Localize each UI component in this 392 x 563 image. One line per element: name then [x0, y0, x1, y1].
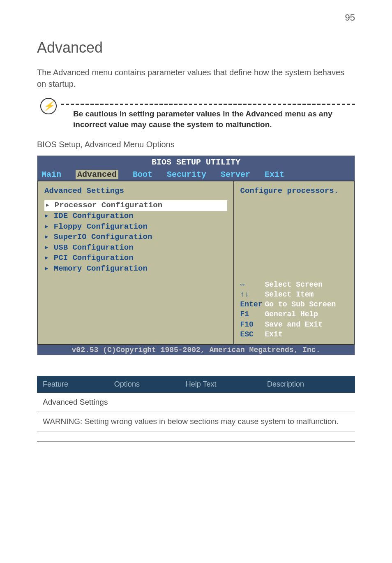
tab-main[interactable]: Main	[42, 170, 61, 179]
key-text-subscreen: Go to Sub Screen	[265, 300, 336, 308]
bios-key-row: EnterGo to Sub Screen	[240, 299, 348, 309]
key-f1: F1	[240, 309, 265, 319]
note-content: Be cautious in setting parameter values …	[61, 98, 355, 130]
section-label: BIOS Setup, Advanced Menu Options	[37, 140, 355, 149]
page-title: Advanced	[37, 39, 355, 56]
bios-title: BIOS SETUP UTILITY	[37, 156, 355, 169]
bios-item-usb[interactable]: USB Configuration	[44, 243, 227, 253]
bios-key-row: ↑↓Select Item	[240, 290, 348, 299]
table-section-cell: Advanced Settings	[37, 393, 355, 412]
key-arrows-lr: ↔	[240, 280, 265, 290]
caution-note: ⚡ Be cautious in setting parameter value…	[40, 98, 355, 130]
table-empty-cell	[37, 431, 355, 442]
dashed-divider	[61, 104, 355, 105]
bios-section-heading: Advanced Settings	[44, 186, 227, 195]
th-options: Options	[108, 376, 180, 393]
bios-help-description: Configure processors.	[240, 186, 348, 195]
page-number: 95	[345, 12, 355, 23]
intro-paragraph: The Advanced menu contains parameter val…	[37, 67, 355, 90]
bios-tab-bar: Main Advanced Boot Security Server Exit	[37, 169, 355, 181]
feature-table: Feature Options Help Text Description Ad…	[37, 376, 355, 442]
key-text-select-item: Select Item	[265, 290, 314, 299]
tab-advanced[interactable]: Advanced	[76, 170, 118, 179]
bios-key-row: ↔Select Screen	[240, 280, 348, 290]
bios-right-pane: Configure processors. ↔Select Screen ↑↓S…	[234, 181, 355, 345]
bios-item-ide[interactable]: IDE Configuration	[44, 211, 227, 222]
bios-key-row: F1General Help	[240, 309, 348, 319]
th-feature: Feature	[37, 376, 108, 393]
key-text-exit: Exit	[265, 330, 283, 338]
bios-footer: v02.53 (C)Copyright 1985-2002, American …	[37, 345, 355, 355]
tab-security[interactable]: Security	[167, 170, 206, 179]
bios-item-floppy[interactable]: Floppy Configuration	[44, 222, 227, 232]
table-row-empty	[37, 431, 355, 442]
bios-key-row: ESCExit	[240, 329, 348, 339]
key-text-select-screen: Select Screen	[265, 280, 323, 289]
tab-server[interactable]: Server	[221, 170, 250, 179]
key-text-help: General Help	[265, 310, 318, 318]
bios-item-processor[interactable]: Processor Configuration	[44, 200, 227, 211]
table-row-warning: WARNING: Setting wrong values in below s…	[37, 412, 355, 431]
table-header-row: Feature Options Help Text Description	[37, 376, 355, 393]
tab-exit[interactable]: Exit	[265, 170, 284, 179]
key-esc: ESC	[240, 329, 265, 339]
key-arrows-ud: ↑↓	[240, 290, 265, 299]
th-helptext: Help Text	[180, 376, 261, 393]
bios-item-memory[interactable]: Memory Configuration	[44, 264, 227, 274]
bios-left-pane: Advanced Settings Processor Configuratio…	[37, 181, 234, 345]
bios-item-superio[interactable]: SuperIO Configuration	[44, 232, 227, 243]
note-text: Be cautious in setting parameter values …	[61, 109, 355, 130]
key-text-save-exit: Save and Exit	[265, 320, 323, 329]
th-description: Description	[261, 376, 355, 393]
bios-screenshot: BIOS SETUP UTILITY Main Advanced Boot Se…	[37, 155, 355, 355]
lightning-icon: ⚡	[40, 98, 57, 114]
tab-boot[interactable]: Boot	[133, 170, 152, 179]
table-warning-cell: WARNING: Setting wrong values in below s…	[37, 412, 355, 431]
bios-key-legend: ↔Select Screen ↑↓Select Item EnterGo to …	[240, 280, 348, 340]
bios-body: Advanced Settings Processor Configuratio…	[37, 181, 355, 345]
bios-key-row: F10Save and Exit	[240, 320, 348, 329]
key-f10: F10	[240, 320, 265, 329]
bios-item-pci[interactable]: PCI Configuration	[44, 253, 227, 264]
table-row-section: Advanced Settings	[37, 393, 355, 412]
key-enter: Enter	[240, 299, 265, 309]
